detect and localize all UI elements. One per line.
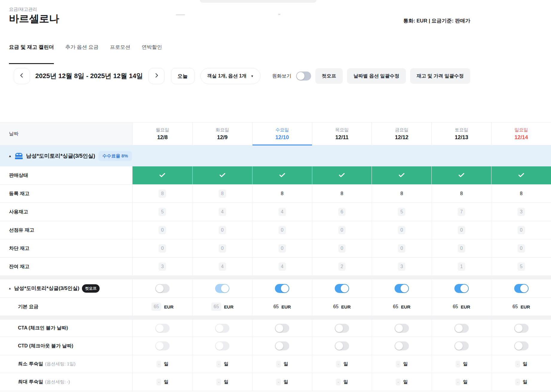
max-stay-input[interactable]: - (515, 379, 520, 385)
day-header-12/11[interactable]: 목요일12/11 (312, 122, 372, 145)
ctd-toggle[interactable] (335, 341, 349, 350)
cta-toggle[interactable] (454, 324, 469, 333)
min-stay-input[interactable]: - (396, 361, 401, 367)
cta-toggle (215, 324, 229, 333)
option-sale-toggle[interactable] (155, 284, 170, 293)
ctd-toggle[interactable] (454, 341, 469, 350)
day-unit: 일 (224, 361, 228, 367)
stock-input[interactable]: 8 (400, 191, 403, 196)
stock-cell[interactable]: 8 (312, 185, 372, 203)
ctd-toggle[interactable] (514, 341, 529, 350)
max-stay-input[interactable]: - (396, 379, 401, 385)
stock-value: 4 (219, 208, 226, 216)
tab-consecutive-discount[interactable]: 연박할인 (142, 44, 162, 64)
sale-status-cell[interactable] (252, 166, 312, 184)
day-header-12/14[interactable]: 일요일12/14 (491, 122, 551, 145)
tab-extra-option-rates[interactable]: 추가 옵션 요금 (65, 44, 98, 64)
price-cell[interactable]: 65EUR (372, 298, 431, 316)
option-sale-toggle[interactable] (335, 284, 349, 293)
max-stay-input[interactable]: - (336, 379, 341, 385)
stock-value: 0 (398, 244, 405, 253)
stock-cell[interactable]: 8 (491, 185, 551, 203)
room-option-select[interactable]: 객실 1개, 옵션 1개 ▼ (200, 68, 261, 84)
day-header-12/10[interactable]: 수요일12/10 (252, 122, 312, 145)
toggle-knob (297, 72, 305, 80)
min-stay-cell: -일 (312, 355, 372, 373)
price-input[interactable]: 65 (512, 304, 518, 309)
option-sale-toggle[interactable] (514, 284, 529, 293)
cta-toggle[interactable] (335, 324, 349, 333)
ctd-toggle[interactable] (395, 341, 409, 350)
cta-toggle[interactable] (275, 324, 289, 333)
ctd-toggle (215, 341, 229, 350)
table-header-row: 날짜 월요일12/8화요일12/9수요일12/10목요일12/11금요일12/1… (0, 122, 551, 145)
currency-unit: EUR (461, 304, 470, 309)
stock-cell[interactable]: 8 (252, 185, 312, 203)
cta-toggle[interactable] (514, 324, 529, 333)
option-sale-toggle[interactable] (395, 284, 409, 293)
day-header-12/13[interactable]: 토요일12/13 (431, 122, 491, 145)
min-stay-input[interactable]: - (515, 361, 520, 367)
stock-input[interactable]: 8 (460, 191, 463, 196)
stock-value: 4 (278, 262, 286, 271)
stock-cell: 0 (491, 221, 551, 239)
weekday-label: 일요일 (515, 127, 528, 133)
action-toolbar: 원화보기 컷오프 날짜별 옵션 일괄수정 재고 및 가격 일괄수정 (272, 68, 470, 84)
stock-input[interactable]: 8 (281, 191, 284, 196)
stock-row-label: 차단 재고 (0, 239, 133, 257)
max-stay-input[interactable]: - (276, 379, 281, 385)
krw-view-toggle[interactable] (296, 72, 311, 80)
day-header-12/12[interactable]: 금요일12/12 (372, 122, 431, 145)
prev-week-button[interactable] (14, 68, 30, 84)
cta-toggle-cell (431, 320, 491, 337)
price-cell[interactable]: 65EUR (491, 298, 551, 316)
min-stay-input[interactable]: - (276, 361, 281, 367)
calendar-table: 날짜 월요일12/8화요일12/9수요일12/10목요일12/11금요일12/1… (0, 122, 551, 391)
sale-status-cell[interactable] (133, 166, 192, 184)
sale-status-cell[interactable] (192, 166, 252, 184)
stock-input[interactable]: 8 (341, 191, 343, 196)
price-input[interactable]: 65 (393, 304, 398, 309)
option-section-label[interactable]: ▲ 남성*도미토리*싱글(3/5인실) 컷오프 (0, 279, 133, 297)
cutoff-button[interactable]: 컷오프 (315, 68, 343, 84)
weekday-label: 토요일 (455, 127, 468, 133)
stock-cell[interactable]: 8 (372, 185, 431, 203)
price-input[interactable]: 65 (453, 304, 458, 309)
price-input[interactable]: 65 (273, 304, 279, 309)
stock-value: 5 (517, 262, 525, 271)
day-header-12/8[interactable]: 월요일12/8 (133, 122, 192, 145)
stock-input[interactable]: 8 (520, 191, 523, 196)
ctd-toggle[interactable] (275, 341, 289, 350)
commission-badge: 수수료율 8% (98, 151, 132, 161)
option-sale-toggle[interactable] (275, 284, 289, 293)
stock-cell: 4 (252, 203, 312, 221)
collapse-arrow-icon[interactable]: ▲ (8, 154, 12, 158)
sale-status-cell[interactable] (312, 166, 372, 184)
room-section-header[interactable]: ▲ 남성*도미토리*싱글(3/5인실) 수수료율 8% (0, 145, 551, 166)
option-sale-toggle[interactable] (454, 284, 469, 293)
today-button[interactable]: 오늘 (171, 68, 194, 84)
sale-status-cell[interactable] (431, 166, 491, 184)
day-unit: 일 (463, 361, 468, 367)
price-cell[interactable]: 65EUR (312, 298, 372, 316)
tab-promotion[interactable]: 프로모션 (110, 44, 130, 64)
min-stay-cell: -일 (372, 355, 431, 373)
tab-rate-inventory-calendar[interactable]: 요금 및 재고 캘린더 (9, 44, 54, 64)
price-input[interactable]: 65 (333, 304, 339, 309)
min-stay-input[interactable]: - (336, 361, 341, 367)
price-cell[interactable]: 65EUR (431, 298, 491, 316)
cta-toggle[interactable] (395, 324, 409, 333)
day-header-12/9[interactable]: 화요일12/9 (192, 122, 252, 145)
max-stay-input[interactable]: - (456, 379, 460, 385)
bulk-option-edit-button[interactable]: 날짜별 옵션 일괄수정 (347, 68, 406, 84)
toggle-knob (455, 324, 463, 332)
ctd-toggle-cell (372, 337, 431, 355)
min-stay-input[interactable]: - (456, 361, 460, 367)
price-cell[interactable]: 65EUR (252, 298, 312, 316)
sale-status-cell[interactable] (491, 166, 551, 184)
next-week-button[interactable] (148, 68, 165, 84)
stock-cell[interactable]: 8 (431, 185, 491, 203)
bulk-stock-price-edit-button[interactable]: 재고 및 가격 일괄수정 (410, 68, 470, 84)
collapse-arrow-icon[interactable]: ▲ (8, 287, 11, 290)
sale-status-cell[interactable] (372, 166, 431, 184)
